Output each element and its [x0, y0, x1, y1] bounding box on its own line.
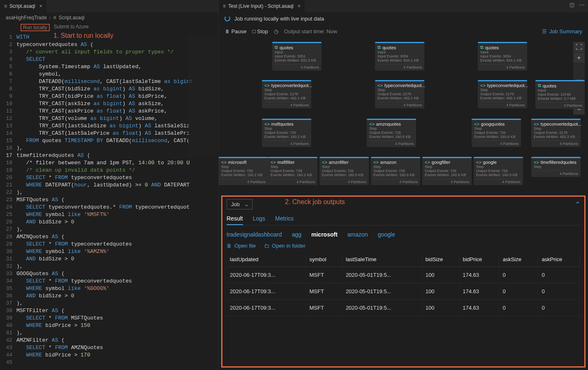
subtab-google[interactable]: google — [378, 230, 395, 239]
tab-result[interactable]: Result — [227, 213, 243, 225]
close-icon[interactable]: × — [39, 3, 42, 9]
open-folder-link[interactable]: 🗀 Open in folder — [264, 243, 306, 249]
job-diagram[interactable]: ⛶ + − ⧉ quotesInputInput Events: 3051Eve… — [219, 38, 588, 194]
diagram-node-gf[interactable]: <> googfilterStepOutput Events: 726Event… — [422, 157, 472, 185]
diagram-node-a1[interactable]: <> amznquotesStepOutput Events: 726Event… — [367, 119, 416, 147]
tab-actions: ◫ ⋯ — [569, 2, 585, 8]
diagram-node-go[interactable]: <> googleStepOutput Events: 726Events Wr… — [474, 157, 523, 185]
annotation-2: 2. Check job outputs — [285, 198, 345, 206]
file-icon: ≡ — [4, 3, 7, 9]
chevron-up-icon[interactable]: ⌃ — [575, 200, 580, 208]
col-lastUpdated[interactable]: lastUpdated — [227, 252, 306, 267]
status-bar: Job running locally with live input data — [219, 12, 588, 25]
tab-label: Test (Live Input) - Script.asaql — [228, 3, 294, 9]
tab-row-right: ≡ Test (Live Input) - Script.asaql × ◫ ⋯ — [219, 0, 588, 12]
breadcrumb-file[interactable]: Script.asaql — [59, 15, 85, 21]
diagram-node-tf[interactable]: <> timefilteredquotesStep4 Partitions — [531, 157, 581, 177]
file-icon: ≡ — [223, 3, 226, 9]
output-tabs: ResultLogsMetrics — [227, 213, 580, 225]
diagram-node-t4[interactable]: <> typeconvertedquot...StepOutput Events… — [531, 119, 581, 147]
tab-logs[interactable]: Logs — [253, 213, 265, 225]
job-select[interactable]: Job — [227, 199, 252, 209]
diagram-node-am[interactable]: <> amazonStepOutput Events: 726Events Wr… — [371, 157, 420, 185]
subtab-microsoft[interactable]: microsoft — [311, 230, 338, 239]
chevron-right-icon: › — [49, 15, 51, 21]
diagram-node-g1[interactable]: <> googquotesStepOutput Events: 726Event… — [472, 119, 521, 147]
split-editor-icon[interactable]: ◫ — [569, 2, 574, 8]
annotation-1: 1. Start to run locally — [53, 32, 113, 39]
subtab-tradesignaldashboard[interactable]: tradesignaldashboard — [227, 230, 282, 239]
status-text: Job running locally with live input data — [234, 16, 324, 22]
job-toolbar: ⏸ Pause □ Stop ◷ Output start time: Now … — [219, 25, 588, 38]
diagram-node-q1[interactable]: ⧉ quotesInputInput Events: 3051Events Wr… — [272, 42, 322, 71]
more-icon[interactable]: ⋯ — [579, 2, 585, 8]
results-pane: ≡ Test (Live Input) - Script.asaql × ◫ ⋯… — [219, 0, 588, 370]
file-icon: ≡ — [53, 15, 56, 21]
diagram-node-af[interactable]: <> amznfilterStepOutput Events: 726Event… — [319, 157, 369, 185]
subtab-amazon[interactable]: amazon — [347, 230, 368, 239]
output-panel: 2. Check job outputs Job ⌃ ResultLogsMet… — [221, 195, 586, 368]
diagram-node-t1[interactable]: <> typeconvertedquot...StepOutput Events… — [262, 80, 311, 108]
breadcrumb-root[interactable]: asaHighFreqTrade — [6, 15, 47, 21]
results-table: lastUpdatedsymbollastSaleTimebidSizebidP… — [227, 252, 580, 316]
zoom-in-button[interactable]: + — [573, 53, 585, 63]
close-icon[interactable]: × — [298, 3, 301, 9]
start-time-text: Output start time: Now — [284, 28, 337, 34]
tab-metrics[interactable]: Metrics — [275, 213, 294, 225]
diagram-node-t3[interactable]: <> typeconvertedquot...StepOutput Events… — [478, 80, 527, 108]
col-bidPrice[interactable]: bidPrice — [459, 252, 499, 267]
subtab-agg[interactable]: agg — [292, 230, 301, 239]
spinner-icon — [225, 16, 230, 21]
pause-button[interactable]: ⏸ Pause — [225, 28, 247, 34]
diagram-node-q2[interactable]: ⧉ quotesInputInput Events: 3054Events Wr… — [375, 42, 424, 71]
diagram-node-q3[interactable]: ⧉ quotesInputInput Events: 3054Events Wr… — [478, 42, 527, 71]
open-file-link[interactable]: 🗎 Open file — [227, 243, 256, 249]
diagram-node-ms[interactable]: <> microsoftStepOutput Events: 726Events… — [219, 157, 268, 185]
table-row[interactable]: 2020-06-17T09:3...MSFT2020-05-01T19:5...… — [227, 267, 580, 283]
table-row[interactable]: 2020-06-17T09:3...MSFT2020-05-01T19:5...… — [227, 300, 580, 316]
fit-icon[interactable]: ⛶ — [573, 42, 585, 53]
codelens-actions: Run locally Submit to Azure — [0, 23, 218, 33]
col-symbol[interactable]: symbol — [306, 252, 342, 267]
editor-pane: ≡ Script.asaql × asaHighFreqTrade › ≡ Sc… — [0, 0, 219, 370]
diagram-node-mf[interactable]: <> msftfilterStepOutput Events: 726Event… — [268, 157, 317, 185]
tab-row: ≡ Script.asaql × — [0, 0, 218, 12]
code-editor[interactable]: 1234567891011121314151617181920212223242… — [0, 33, 218, 370]
list-icon: ☰ — [542, 28, 547, 34]
tab-label: Script.asaql — [9, 3, 35, 9]
tab-script[interactable]: ≡ Script.asaql × — [0, 0, 46, 12]
job-summary-link[interactable]: ☰ Job Summary — [542, 28, 582, 34]
run-locally-link[interactable]: Run locally — [21, 24, 50, 31]
diagram-node-t2[interactable]: <> typeconvertedquot...StepOutput Events… — [375, 80, 424, 108]
tab-test-live[interactable]: ≡ Test (Live Input) - Script.asaql × — [219, 0, 305, 12]
minimap[interactable] — [188, 34, 217, 158]
col-bidSize[interactable]: bidSize — [422, 252, 459, 267]
diagram-node-m1[interactable]: <> msftquotesStepOutput Events: 726Event… — [262, 119, 311, 147]
clock-icon: ◷ — [274, 28, 278, 34]
col-askPrice[interactable]: askPrice — [538, 252, 580, 267]
breadcrumb: asaHighFreqTrade › ≡ Script.asaql — [0, 12, 218, 23]
col-askSize[interactable]: askSize — [499, 252, 538, 267]
submit-azure-link[interactable]: Submit to Azure — [54, 24, 89, 31]
table-row[interactable]: 2020-06-17T09:3...MSFT2020-05-01T19:5...… — [227, 283, 580, 300]
stop-button[interactable]: □ Stop — [252, 28, 268, 34]
diagram-node-q4[interactable]: ⧉ quotesInputInput Events: 13746Events W… — [535, 80, 585, 109]
output-subtabs: tradesignaldashboardaggmicrosoftamazongo… — [227, 230, 580, 239]
line-gutter: 1234567891011121314151617181920212223242… — [0, 34, 16, 366]
col-lastSaleTime[interactable]: lastSaleTime — [342, 252, 422, 267]
